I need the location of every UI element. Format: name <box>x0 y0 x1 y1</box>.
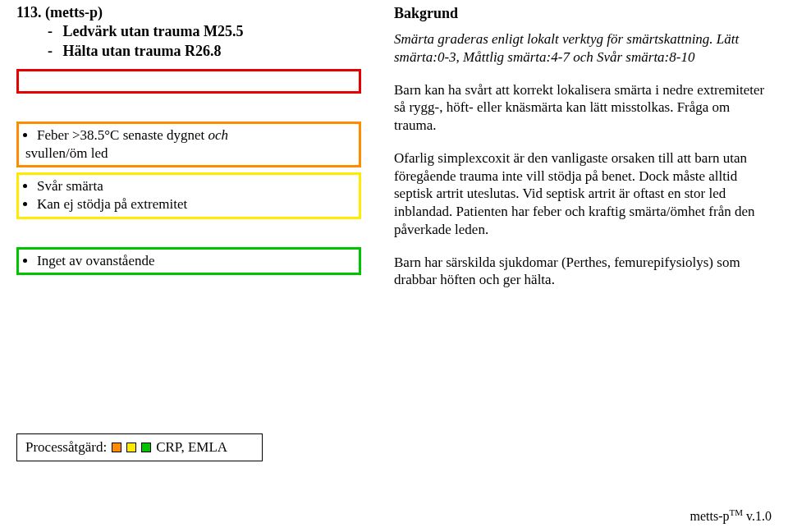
two-column-layout: 113. (metts-p) - Ledvärk utan trauma M25… <box>16 3 772 304</box>
swatch-green-icon <box>141 443 151 452</box>
process-value: CRP, EMLA <box>156 439 227 456</box>
triage-green-item1: Inget av ovanstående <box>37 252 352 270</box>
background-p4: Barn har särskilda sjukdomar (Perthes, f… <box>394 254 772 290</box>
swatch-yellow-icon <box>126 443 136 452</box>
right-column: Bakgrund Smärta graderas enligt lokalt v… <box>394 3 772 304</box>
triage-yellow-list: Svår smärta Kan ej stödja på extremitet <box>25 177 352 213</box>
triage-orange-box: Feber >38.5°C senaste dygnet och svullen… <box>16 122 361 167</box>
header-title: 113. (metts-p) <box>16 3 361 22</box>
background-heading: Bakgrund <box>394 5 772 22</box>
process-action-box: Processåtgärd: CRP, EMLA <box>16 433 263 461</box>
background-p3: Ofarlig simplexcoxit är den vanligaste o… <box>394 149 772 239</box>
header-sub1-text: Ledvärk utan trauma M25.5 <box>63 23 244 39</box>
header-name: (metts-p) <box>45 4 103 21</box>
triage-red-box <box>16 69 361 94</box>
header-subline-1: - Ledvärk utan trauma M25.5 <box>48 22 361 41</box>
triage-orange-item1a: Feber >38.5°C senaste dygnet <box>37 127 208 143</box>
dash: - <box>48 22 59 41</box>
triage-yellow-box: Svår smärta Kan ej stödja på extremitet <box>16 172 361 218</box>
triage-yellow-item1: Svår smärta <box>37 177 352 195</box>
dash: - <box>48 42 59 61</box>
swatch-orange-icon <box>112 443 121 452</box>
page: 113. (metts-p) - Ledvärk utan trauma M25… <box>0 0 788 304</box>
background-p2: Barn kan ha svårt att korrekt lokalisera… <box>394 81 772 135</box>
footer-version: metts-pTM v.1.0 <box>690 507 772 524</box>
triage-green-list: Inget av ovanstående <box>25 252 352 270</box>
header-sub2-text: Hälta utan trauma R26.8 <box>63 43 222 59</box>
triage-orange-item: Feber >38.5°C senaste dygnet och <box>37 126 352 144</box>
process-label: Processåtgärd: <box>25 439 107 456</box>
left-column: 113. (metts-p) - Ledvärk utan trauma M25… <box>16 3 361 304</box>
footer-tm: TM <box>730 507 744 517</box>
triage-yellow-item2: Kan ej stödja på extremitet <box>37 195 352 213</box>
header-code: 113. <box>16 4 42 21</box>
triage-orange-item2: svullen/öm led <box>25 144 352 163</box>
triage-orange-item1b: och <box>208 127 229 143</box>
footer-text-b: v.1.0 <box>743 509 772 523</box>
footer-text-a: metts-p <box>690 509 730 523</box>
background-p1: Smärta graderas enligt lokalt verktyg fö… <box>394 30 772 66</box>
triage-orange-list: Feber >38.5°C senaste dygnet och <box>25 126 352 144</box>
header-subline-2: - Hälta utan trauma R26.8 <box>48 42 361 61</box>
triage-green-box: Inget av ovanstående <box>16 247 361 275</box>
